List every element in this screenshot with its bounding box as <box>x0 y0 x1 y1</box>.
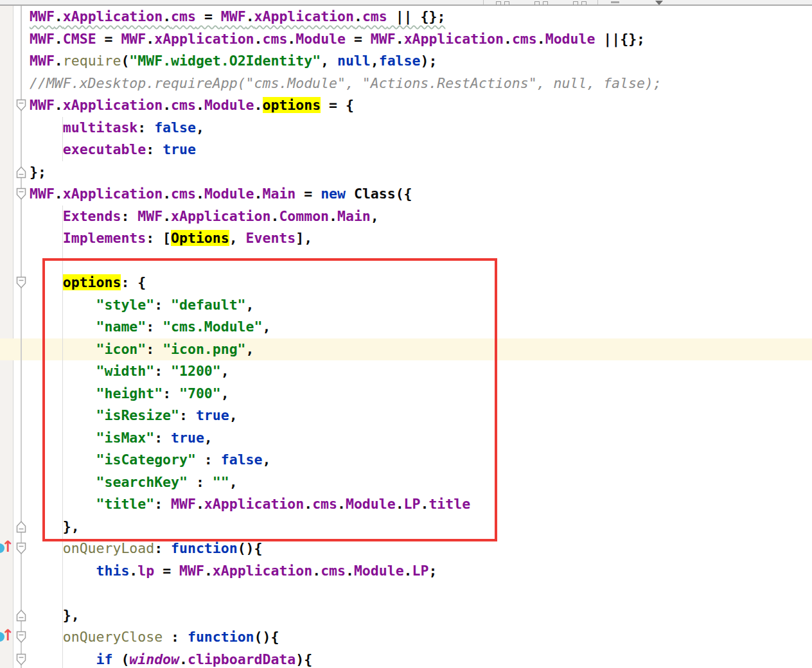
code-token: : <box>146 319 163 335</box>
code-token: cms <box>321 563 346 579</box>
code-token: . <box>146 31 154 47</box>
overrides-member-icon[interactable]: ↑ <box>0 629 14 645</box>
code-token: . <box>163 186 171 202</box>
toolbar-icon-fragment[interactable] <box>496 1 509 5</box>
code-token: Class <box>354 186 396 202</box>
code-line: if (window.clipboardData){ <box>0 649 812 668</box>
code-line: MWF.CMSE = MWF.xApplication.cms.Module =… <box>0 28 812 51</box>
code-token <box>30 208 63 224</box>
toolbar-icon-fragment[interactable] <box>611 1 619 3</box>
code-token: , <box>246 341 254 357</box>
code-token: Common <box>279 208 329 224</box>
code-token: . <box>404 563 412 579</box>
code-token: ], <box>296 230 312 246</box>
code-line: "name": "cms.Module", <box>0 316 812 338</box>
code-token: = <box>196 8 221 24</box>
code-token: Module <box>204 97 254 113</box>
code-token: xApplication <box>213 563 312 579</box>
code-token: . <box>354 8 362 24</box>
code-token: cms <box>171 186 196 202</box>
code-token: false <box>221 452 263 468</box>
code-token: . <box>55 53 63 69</box>
code-token: MWF <box>121 31 146 47</box>
code-token: window <box>129 651 179 667</box>
code-token: : <box>163 385 179 401</box>
code-token: ( <box>112 651 129 667</box>
code-token: : <box>163 629 188 645</box>
code-token: MWF <box>171 496 196 512</box>
code-token: clipboardData <box>188 651 296 667</box>
code-token: Module <box>354 563 404 579</box>
code-token: "name" <box>96 319 146 335</box>
code-token <box>30 651 96 667</box>
code-token <box>30 474 96 490</box>
fold-collapse-icon[interactable] <box>16 188 26 200</box>
code-line: "isResize": true, <box>0 405 812 427</box>
code-token: . <box>163 97 171 113</box>
code-token: . <box>55 31 63 47</box>
code-token: . <box>163 8 171 24</box>
code-token: Module <box>545 31 596 47</box>
code-token: true <box>171 430 204 446</box>
code-token: . <box>254 186 263 202</box>
toolbar-icon-fragment[interactable] <box>573 1 587 5</box>
fold-collapse-end-icon[interactable] <box>16 520 26 533</box>
code-token: . <box>204 563 213 579</box>
code-token: new <box>321 186 346 202</box>
toolbar-icon-fragment[interactable] <box>534 1 548 5</box>
code-token: : [ <box>146 230 171 246</box>
code-token: "isCategory" <box>96 452 196 468</box>
code-token: : { <box>121 274 146 290</box>
code-token <box>30 363 96 379</box>
code-token: }, <box>63 518 80 534</box>
code-token: function <box>188 629 254 645</box>
code-token: "default" <box>171 297 246 313</box>
code-token: true <box>163 141 196 157</box>
code-token: ( <box>121 53 129 69</box>
fold-collapse-icon[interactable] <box>16 631 26 644</box>
overrides-member-icon[interactable]: ↑ <box>0 541 14 556</box>
code-token: xApplication <box>63 186 163 202</box>
toolbar-icon-fragment <box>483 0 484 4</box>
fold-collapse-end-icon[interactable] <box>16 609 26 622</box>
code-token: (){ <box>254 629 279 645</box>
code-line: MWF.xApplication.cms = MWF.xApplication.… <box>0 6 812 28</box>
code-token: : <box>154 496 171 512</box>
fold-collapse-end-icon[interactable] <box>16 166 26 179</box>
code-line: onQueryClose : function(){ <box>0 626 812 649</box>
code-token <box>30 452 96 468</box>
fold-collapse-icon[interactable] <box>16 276 26 289</box>
code-token <box>30 430 96 446</box>
fold-collapse-icon[interactable] <box>16 542 26 555</box>
code-token: . <box>312 563 321 579</box>
code-token: , <box>229 230 246 246</box>
code-token: Main <box>337 208 371 224</box>
code-token: "searchKey" <box>96 474 188 490</box>
code-line: onQueryLoad: function(){ <box>0 538 812 560</box>
code-token: executable <box>63 141 146 157</box>
code-line: executable: true <box>0 139 812 161</box>
code-token: MWF <box>221 8 246 24</box>
code-token <box>30 540 63 556</box>
code-line: "width": "1200", <box>0 360 812 383</box>
code-token: . <box>346 563 354 579</box>
code-token: . <box>55 8 63 24</box>
code-token: = <box>346 31 371 47</box>
code-token <box>30 274 63 290</box>
fold-collapse-icon[interactable] <box>16 99 26 112</box>
toolbar-icon-fragment[interactable] <box>655 1 663 5</box>
code-token: Main <box>263 186 296 202</box>
code-token: Implements <box>63 230 146 246</box>
code-token: }; <box>30 164 46 180</box>
code-line: this.lp = MWF.xApplication.cms.Module.LP… <box>0 560 812 583</box>
code-line <box>0 582 812 604</box>
code-token: onQueryLoad <box>63 540 154 556</box>
fold-collapse-icon[interactable] <box>16 653 26 666</box>
code-editor[interactable]: MWF.xApplication.cms = MWF.xApplication.… <box>0 6 812 668</box>
code-line: "title": MWF.xApplication.cms.Module.LP.… <box>0 493 812 516</box>
code-token: MWF <box>371 31 396 47</box>
code-token: . <box>420 496 428 512</box>
highlighted-identifier: options <box>263 97 321 113</box>
code-token: MWF <box>30 97 55 113</box>
code-token <box>30 496 96 512</box>
